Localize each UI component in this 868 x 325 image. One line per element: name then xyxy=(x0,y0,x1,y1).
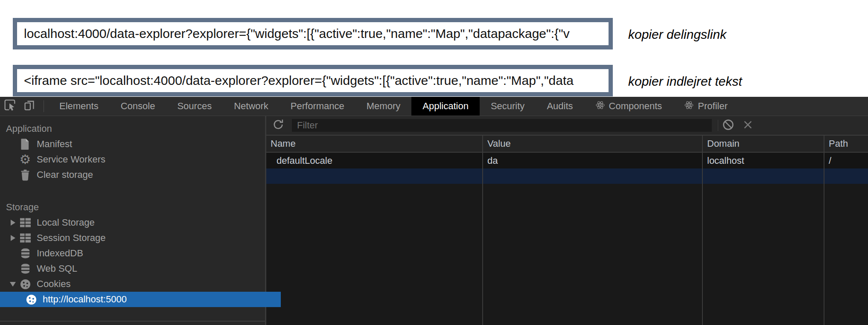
tab-security[interactable]: Security xyxy=(480,97,536,116)
sidebar-item-manifest[interactable]: Manifest xyxy=(0,136,265,152)
close-icon xyxy=(742,119,754,132)
table-filler xyxy=(483,184,702,325)
column-domain: Domain localhost xyxy=(703,136,824,325)
table-filler xyxy=(824,184,868,325)
sidebar-item-label: Web SQL xyxy=(37,263,77,274)
selected-empty-row[interactable] xyxy=(483,168,702,184)
application-sidebar: Application Manifest ⚙ Service Workers xyxy=(0,116,266,325)
sidebar-item-label: Cookies xyxy=(37,279,70,290)
sidebar-section-storage: Storage xyxy=(0,200,265,215)
trash-icon xyxy=(19,169,32,181)
selected-empty-row[interactable] xyxy=(703,168,824,184)
device-toolbar-icon xyxy=(22,98,37,115)
tab-application[interactable]: Application xyxy=(411,97,480,116)
cookie-row-path-cell[interactable]: / xyxy=(824,153,868,168)
cookie-row-name-cell[interactable]: defaultLocale xyxy=(266,153,482,168)
tab-elements[interactable]: Elements xyxy=(48,97,110,116)
delete-selected-button[interactable] xyxy=(738,119,757,132)
table-icon xyxy=(19,233,32,243)
tab-audits[interactable]: Audits xyxy=(536,97,584,116)
sidebar-bottom-divider xyxy=(0,321,265,322)
tab-label: Components xyxy=(609,101,662,112)
refresh-icon xyxy=(272,118,285,133)
block-icon xyxy=(722,119,734,133)
database-icon xyxy=(19,248,32,259)
gear-icon: ⚙ xyxy=(19,153,32,166)
share-link-label: kopier delingslink xyxy=(628,27,726,42)
clear-all-cookies-button[interactable] xyxy=(718,119,738,133)
sidebar-item-clear-storage[interactable]: Clear storage xyxy=(0,167,265,183)
column-path: Path / xyxy=(824,136,868,325)
inspect-element-button[interactable] xyxy=(0,97,20,116)
sidebar-item-cookies[interactable]: Cookies xyxy=(0,276,265,292)
sidebar-item-local-storage[interactable]: Local Storage xyxy=(0,215,265,230)
sidebar-item-label: http://localhost:5000 xyxy=(43,294,127,305)
column-header-domain[interactable]: Domain xyxy=(703,136,824,153)
column-header-name[interactable]: Name xyxy=(266,136,482,153)
cookie-row-value-cell[interactable]: da xyxy=(483,153,702,168)
sidebar-item-label: IndexedDB xyxy=(37,248,83,259)
cookie-icon xyxy=(25,294,38,305)
tab-sources[interactable]: Sources xyxy=(166,97,223,116)
atom-icon xyxy=(595,100,605,113)
sidebar-item-web-sql[interactable]: Web SQL xyxy=(0,261,265,276)
cookie-row-domain-cell[interactable]: localhost xyxy=(703,153,824,168)
sidebar-section-application: Application xyxy=(0,121,265,136)
selected-empty-row[interactable] xyxy=(266,168,482,184)
document-icon xyxy=(19,138,32,150)
devtools-panel: Elements Console Sources Network Perform… xyxy=(0,97,868,325)
inspect-icon xyxy=(3,98,17,115)
column-value: Value da xyxy=(483,136,703,325)
tab-label: Profiler xyxy=(698,101,728,112)
chevron-down-icon[interactable] xyxy=(7,282,19,287)
tabbar-separator xyxy=(44,100,44,112)
table-icon xyxy=(19,218,32,227)
selected-empty-row[interactable] xyxy=(824,168,868,184)
cookies-toolbar xyxy=(266,116,868,136)
cookies-table: Name defaultLocale Value da Domain local… xyxy=(266,136,868,325)
chevron-right-icon[interactable] xyxy=(7,235,19,241)
tab-performance[interactable]: Performance xyxy=(280,97,355,116)
device-toolbar-button[interactable] xyxy=(20,97,39,116)
sidebar-item-label: Local Storage xyxy=(37,217,95,228)
embed-code-input[interactable] xyxy=(13,65,613,96)
tab-console[interactable]: Console xyxy=(110,97,166,116)
cookie-icon xyxy=(19,279,32,290)
refresh-button[interactable] xyxy=(269,118,288,133)
sidebar-item-label: Clear storage xyxy=(37,169,93,180)
tab-memory[interactable]: Memory xyxy=(355,97,411,116)
sidebar-item-label: Session Storage xyxy=(37,232,105,244)
chevron-right-icon[interactable] xyxy=(7,220,19,226)
tab-network[interactable]: Network xyxy=(223,97,280,116)
sidebar-item-cookie-origin-localhost-5000[interactable]: http://localhost:5000 xyxy=(0,292,281,307)
sidebar-item-label: Manifest xyxy=(37,139,72,150)
sidebar-item-label: Service Workers xyxy=(37,154,105,165)
sidebar-item-service-workers[interactable]: ⚙ Service Workers xyxy=(0,152,265,167)
table-filler xyxy=(266,184,482,325)
column-header-path[interactable]: Path xyxy=(824,136,868,153)
devtools-tabbar: Elements Console Sources Network Perform… xyxy=(0,97,868,116)
screenshot-root: kopier delingslink kopier indlejret teks… xyxy=(0,0,868,325)
cookie-filter-input[interactable] xyxy=(292,119,712,132)
sidebar-item-indexeddb[interactable]: IndexedDB xyxy=(0,246,265,261)
sidebar-item-session-storage[interactable]: Session Storage xyxy=(0,230,265,246)
tab-react-components[interactable]: Components xyxy=(584,97,673,116)
column-header-value[interactable]: Value xyxy=(483,136,702,153)
database-icon xyxy=(19,263,32,274)
embed-code-label: kopier indlejret tekst xyxy=(628,74,742,89)
tab-react-profiler[interactable]: Profiler xyxy=(673,97,739,116)
cookies-panel: Name defaultLocale Value da Domain local… xyxy=(266,116,868,325)
column-name: Name defaultLocale xyxy=(266,136,483,325)
atom-icon xyxy=(684,100,694,113)
share-link-input[interactable] xyxy=(13,18,613,49)
table-filler xyxy=(703,184,824,325)
